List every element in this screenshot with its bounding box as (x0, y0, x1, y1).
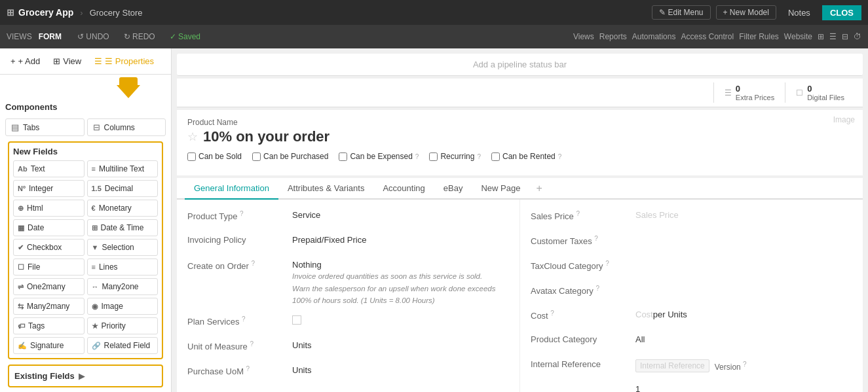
field-file[interactable]: ☐ File (13, 258, 85, 276)
checkbox-can-be-expensed[interactable]: Can be Expensed ? (339, 152, 419, 161)
field-decimal-label: Decimal (105, 184, 133, 193)
nav-filter-rules[interactable]: Filter Rules (739, 32, 779, 41)
chevron-right-icon: ▶ (79, 371, 85, 381)
field-many2many[interactable]: ⇆ Many2many (13, 298, 85, 315)
field-related[interactable]: 🔗 Related Field (87, 337, 159, 354)
field-date[interactable]: ▦ Date (13, 219, 85, 236)
cost-label: Cost ? (531, 307, 635, 321)
saved-button[interactable]: ✓ Saved (164, 31, 206, 43)
add-button[interactable]: + + Add (5, 54, 45, 69)
field-lines[interactable]: ≡ Lines (87, 258, 159, 276)
view-icon-2[interactable]: ☰ (829, 32, 837, 41)
signature-icon: ✍ (18, 342, 27, 350)
field-many2one[interactable]: ↔ Many2one (87, 278, 159, 295)
checkbox-can-be-rented[interactable]: Can be Rented ? (491, 152, 561, 161)
tab-new-page[interactable]: New Page (472, 178, 529, 200)
checkbox-can-be-purchased[interactable]: Can be Purchased (252, 152, 328, 161)
field-priority[interactable]: ★ Priority (87, 317, 159, 334)
field-text[interactable]: Ab Text (13, 160, 85, 177)
checkbox-icon: ✔ (18, 243, 24, 252)
file-icon: ☐ (796, 88, 803, 98)
redo-button[interactable]: ↻ REDO (119, 31, 160, 43)
can-be-purchased-input[interactable] (252, 152, 261, 161)
field-multiline[interactable]: ≡ Multiline Text (87, 160, 159, 177)
undo-button[interactable]: ↺ UNDO (72, 31, 115, 43)
help-icon-recurring[interactable]: ? (477, 153, 481, 160)
field-image[interactable]: ◉ Image (87, 298, 159, 315)
tab-add-button[interactable]: + (529, 179, 548, 198)
view-button[interactable]: ⊞ View (48, 54, 86, 69)
digital-files-count[interactable]: ☐ 0 Digital Files (785, 82, 855, 103)
field-datetime[interactable]: ⊞ Date & Time (87, 219, 159, 236)
view-icon-1[interactable]: ⊞ (818, 32, 824, 41)
edit-menu-button[interactable]: ✎ Edit Menu (652, 5, 710, 20)
field-image-label: Image (102, 302, 123, 311)
counts-row: ☰ 0 Extra Prices ☐ 0 Digital Files (177, 79, 863, 107)
tab-accounting[interactable]: Accounting (373, 178, 434, 200)
field-monetary[interactable]: € Monetary (87, 200, 159, 217)
field-tags[interactable]: 🏷 Tags (13, 317, 85, 334)
field-one2many[interactable]: ⇌ One2many (13, 278, 85, 295)
checkbox-recurring[interactable]: Recurring ? (429, 152, 481, 161)
recurring-input[interactable] (429, 152, 438, 161)
nav-views[interactable]: Views (573, 32, 594, 41)
plan-services-label: Plan Services ? (187, 313, 292, 327)
cost-placeholder: Cost (635, 310, 653, 319)
field-many2many-label: Many2many (27, 302, 69, 311)
notes-button[interactable]: Notes (782, 6, 817, 20)
list-icon: ☰ (725, 88, 732, 98)
checkbox-can-be-sold[interactable]: Can be Sold (187, 152, 242, 161)
nav-website[interactable]: Website (784, 32, 812, 41)
selection-icon: ▼ (92, 243, 99, 251)
field-related-label: Related Field (104, 341, 151, 350)
close-button[interactable]: CLOS (822, 5, 861, 20)
field-signature[interactable]: ✍ Signature (13, 337, 85, 354)
component-tabs[interactable]: ▤ Tabs (5, 118, 85, 136)
can-be-rented-input[interactable] (491, 152, 500, 161)
view-icon-3[interactable]: ⊟ (842, 32, 848, 41)
help-icon-expensed[interactable]: ? (415, 153, 419, 160)
plan-services-checkbox[interactable] (292, 315, 301, 325)
plan-services-value[interactable] (292, 313, 509, 327)
note-1: Invoice ordered quantities as soon as th… (292, 271, 509, 282)
nav-access-control[interactable]: Access Control (681, 32, 734, 41)
existing-fields-toggle[interactable]: Existing Fields ▶ (9, 366, 162, 386)
can-be-expensed-label: Can be Expensed (350, 152, 412, 161)
field-multiline-label: Multiline Text (99, 164, 144, 173)
plus-icon: + (10, 56, 16, 66)
field-selection-label: Selection (102, 243, 134, 252)
cost-value: Costper Units (635, 307, 852, 319)
component-columns[interactable]: ⊟ Columns (87, 118, 166, 136)
app-logo[interactable]: ⊞ Grocery App (7, 7, 73, 18)
field-decimal[interactable]: 1.5 Decimal (87, 180, 159, 197)
view-icon-4[interactable]: ⏱ (854, 32, 861, 41)
can-be-rented-label: Can be Rented (502, 152, 556, 161)
help-icon-rented[interactable]: ? (558, 153, 562, 160)
properties-label: ☰ Properties (105, 56, 154, 66)
can-be-sold-input[interactable] (187, 152, 196, 161)
field-checkbox[interactable]: ✔ Checkbox (13, 239, 85, 256)
extra-prices-count[interactable]: ☰ 0 Extra Prices (713, 82, 785, 103)
new-model-button[interactable]: + New Model (716, 5, 776, 20)
favorite-star-icon[interactable]: ☆ (187, 130, 198, 144)
can-be-expensed-input[interactable] (339, 152, 347, 161)
properties-button[interactable]: ☰ ☰ Properties (89, 54, 159, 69)
grid-icon: ⊞ (7, 7, 14, 18)
tab-ebay[interactable]: eBay (434, 178, 472, 200)
multiline-icon: ≡ (92, 165, 96, 173)
pipeline-bar[interactable]: Add a pipeline status bar (177, 54, 863, 76)
row-product-category: Product Category All (531, 332, 852, 350)
tab-attributes-variants[interactable]: Attributes & Variants (278, 178, 374, 200)
field-signature-label: Signature (30, 341, 64, 350)
nav-reports[interactable]: Reports (599, 32, 627, 41)
nav-automations[interactable]: Automations (632, 32, 676, 41)
field-integer[interactable]: Nº Integer (13, 180, 85, 197)
field-selection[interactable]: ▼ Selection (87, 239, 159, 256)
field-html[interactable]: ⊕ Html (13, 200, 85, 217)
monetary-icon: € (92, 204, 96, 212)
field-checkbox-label: Checkbox (27, 243, 62, 252)
tab-general-information[interactable]: General Information (185, 178, 278, 200)
app-name: Grocery App (18, 7, 73, 18)
component-grid: ▤ Tabs ⊟ Columns (5, 118, 166, 136)
columns-icon: ⊟ (93, 122, 100, 132)
